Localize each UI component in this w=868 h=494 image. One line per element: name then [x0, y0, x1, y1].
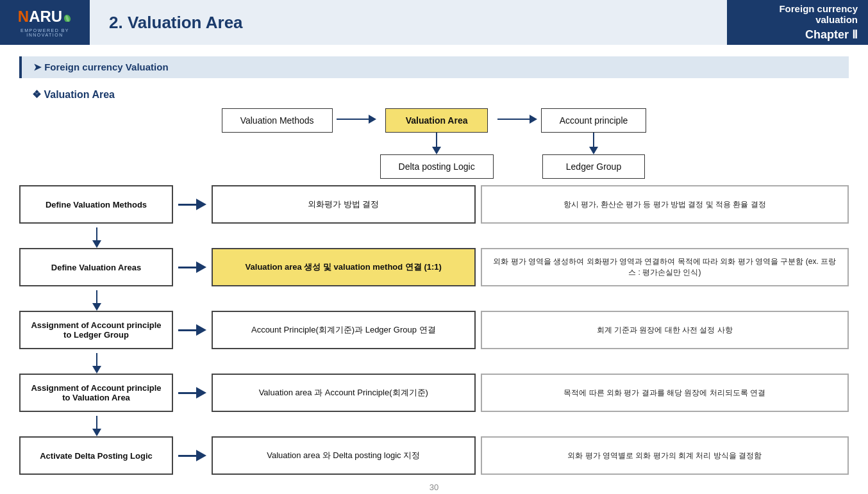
v-arrow-3 [92, 366, 101, 374]
subsection-title: ❖ Valuation Area [32, 88, 868, 101]
flow-right-5: 외화 평가 영역별로 외화 평가의 회계 처리 방식을 결정함 [481, 436, 849, 475]
title-area: 2. Valuation Area [90, 0, 727, 45]
diagram-ledger-group-box: Ledger Group [542, 154, 645, 179]
logo-n-letter: N [18, 8, 29, 26]
flow-arrow-1 [178, 199, 206, 210]
arrow-line-4 [178, 392, 196, 394]
flow-mid-3: Account Principle(회계기준)과 Ledger Group 연결 [212, 311, 476, 349]
flow-left-5: Activate Delta Posting Logic [19, 436, 173, 475]
v-connector-1 [19, 227, 849, 248]
logo-subtitle: EMPOWERED BY INNOVATION [5, 28, 85, 37]
diagram-delta-posting-box: Delta posting Logic [380, 154, 494, 179]
v-arrow-1 [92, 240, 101, 248]
logo-aru-letters: ARU [29, 8, 62, 26]
flow-mid-2: Valuation area 생성 및 valuation method 연결 … [212, 248, 476, 286]
flow-mid-4: Valuation area 과 Account Principle(회계기준) [212, 374, 476, 412]
flow-row-2: Define Valuation Areas Valuation area 생성… [19, 248, 849, 286]
page-number: 30 [430, 482, 438, 492]
v-connector-3 [19, 353, 849, 374]
header: N ARU EMPOWERED BY INNOVATION 2. Valuati… [0, 0, 868, 45]
flow-left-1: Define Valuation Methods [19, 185, 173, 224]
flow-mid-1: 외화평가 방법 결정 [212, 185, 476, 224]
arrow-head-right [369, 115, 376, 124]
logo-leaf-icon [63, 13, 72, 22]
header-right-title: Foreign currency valuation [737, 3, 858, 25]
arrow-v-account-to-ledger [593, 133, 594, 147]
flow-left-4: Assignment of Account principle to Valua… [19, 374, 173, 412]
v-arrow-2 [92, 303, 101, 311]
flow-left-2: Define Valuation Areas [19, 248, 173, 286]
arrow-head-3 [196, 324, 206, 336]
flow-right-1: 항시 평가, 환산순 평가 등 평가 방법 결정 및 적용 환율 결정 [481, 185, 849, 224]
v-line-3 [96, 353, 97, 366]
v-line-1 [96, 227, 97, 240]
flow-arrow-5 [178, 450, 206, 461]
flow-arrow-2 [178, 261, 206, 273]
arrow-head-1 [196, 199, 206, 210]
logo-wrapper: N ARU EMPOWERED BY INNOVATION [5, 8, 85, 37]
arrow-head-5 [196, 450, 206, 461]
arrow-line-h-2 [497, 119, 530, 120]
chapter-badge: Chapter Ⅱ [805, 28, 858, 42]
flow-left-3: Assignment of Account principle to Ledge… [19, 311, 173, 349]
flow-row-5: Activate Delta Posting Logic Valuation a… [19, 436, 849, 475]
diagram-arrow-methods-to-area [337, 115, 376, 124]
flow-row-1: Define Valuation Methods 외화평가 방법 결정 항시 평… [19, 185, 849, 224]
flow-right-3: 회계 기준과 원장에 대한 사전 설정 사항 [481, 311, 849, 349]
arrow-head-4 [196, 387, 206, 399]
v-connector-2 [19, 290, 849, 311]
header-right: Foreign currency valuation Chapter Ⅱ [727, 0, 868, 45]
diagram-valuation-area-box: Valuation Area [385, 108, 488, 133]
flow-arrow-3 [178, 324, 206, 336]
page-title: 2. Valuation Area [109, 13, 243, 33]
arrow-line-3 [178, 329, 196, 331]
flow-row-3: Assignment of Account principle to Ledge… [19, 311, 849, 349]
footer: 30 [0, 482, 868, 492]
diagram-area: Valuation Methods Valuation Area Delta p… [0, 108, 868, 179]
flow-row-4: Assignment of Account principle to Valua… [19, 374, 849, 412]
arrow-head-down-ledger [589, 147, 598, 154]
diagram-arrow-area-to-account [497, 115, 537, 124]
v-arrow-4 [92, 429, 101, 436]
v-line-2 [96, 290, 97, 303]
arrow-head-2 [196, 261, 206, 273]
flow-right-2: 외화 평가 영역을 생성하여 외화평가 영역과 연결하여 목적에 따라 외화 평… [481, 248, 849, 286]
rows-container: Define Valuation Methods 외화평가 방법 결정 항시 평… [19, 185, 849, 475]
arrow-head-right-2 [530, 115, 537, 124]
v-connector-4 [19, 416, 849, 436]
arrow-line-5 [178, 455, 196, 457]
logo-area: N ARU EMPOWERED BY INNOVATION [0, 0, 90, 45]
arrow-line-2 [178, 267, 196, 268]
flow-right-4: 목적에 따른 외화 평가 결과를 해당 원장에 처리되도록 연결 [481, 374, 849, 412]
v-line-4 [96, 416, 97, 429]
diagram-account-principle-box: Account principle [541, 108, 647, 133]
arrow-line-h [337, 119, 369, 120]
flow-arrow-4 [178, 387, 206, 399]
arrow-line-1 [178, 204, 196, 206]
diagram-valuation-methods-box: Valuation Methods [222, 108, 333, 133]
section-header: ➤ Foreign currency Valuation [19, 56, 849, 78]
flow-mid-5: Valuation area 와 Delta posting logic 지정 [212, 436, 476, 475]
logo-naru: N ARU [18, 8, 72, 27]
arrow-v-area-to-delta [436, 133, 437, 147]
arrow-head-down-delta [432, 147, 441, 154]
